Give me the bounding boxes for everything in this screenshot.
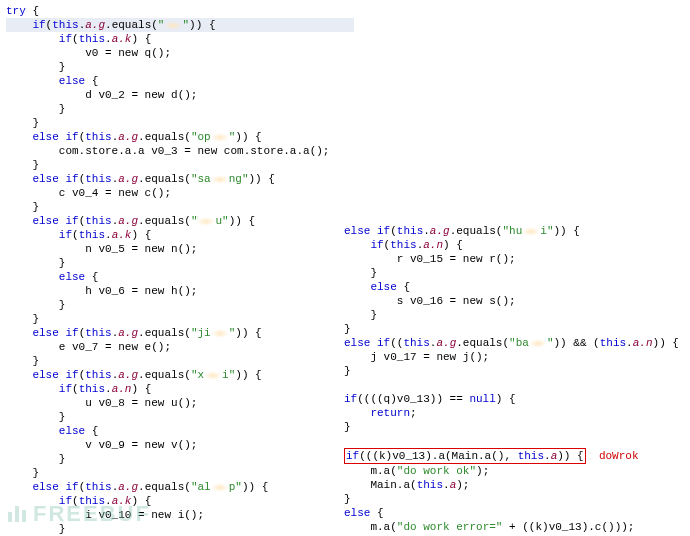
code-line: if(this.a.k) { [6,33,151,45]
code-line: } [6,299,65,311]
watermark: FREEBUF [8,506,151,522]
code-line: c v0_4 = new c(); [6,187,171,199]
code-line: else { [6,271,98,283]
code-line: } [344,323,351,335]
code-line: m.a("do work ok"); [344,465,489,477]
watermark-bars-icon [8,506,29,522]
code-line: if(this.a.k) { [6,229,151,241]
code-line: } [6,411,65,423]
code-line: r v0_15 = new r(); [344,253,516,265]
code-line: } [6,257,65,269]
code-line: u v0_8 = new u(); [6,397,197,409]
code-line: v v0_9 = new v(); [6,439,197,451]
code-line: m.a("do work error=" + ((k)v0_13).c())); [344,521,634,533]
code-line: return; [344,407,417,419]
code-left-column: try { if(this.a.g.equals("")) { if(this.… [6,4,354,536]
code-line: } [6,453,65,465]
code-line: Main.a(this.a); [344,479,469,491]
code-line: n v0_5 = new n(); [6,243,197,255]
code-line: v0 = new q(); [6,47,171,59]
code-line: e v0_7 = new e(); [6,341,171,353]
code-line: else { [344,281,410,293]
code-line: } [6,61,65,73]
code-line: } [344,493,351,505]
code-line: } [344,309,377,321]
code-line: else if(this.a.g.equals("hui")) { [344,225,580,237]
code-line: } [344,267,377,279]
code-line: d v0_2 = new d(); [6,89,197,101]
code-line: com.store.a.a v0_3 = new com.store.a.a()… [6,145,329,157]
code-line: } [344,421,351,433]
code-line: } [6,103,65,115]
code-line: j v0_17 = new j(); [344,351,489,363]
code-line: else if((this.a.g.equals("ba")) && (this… [344,337,679,349]
code-line: h v0_6 = new h(); [6,285,197,297]
code-line: else { [344,507,384,519]
code-line: else { [6,425,98,437]
code-line: else if(this.a.g.equals("xi")) { [6,369,262,381]
code-line: } [6,117,39,129]
code-line: else if(this.a.g.equals("alp")) { [6,481,268,493]
code-line: else if(this.a.g.equals("ji")) { [6,327,262,339]
code-line: else if(this.a.g.equals("u")) { [6,215,255,227]
code-line: } [6,201,39,213]
code-line: else if(this.a.g.equals("op")) { [6,131,262,143]
code-right-column: else if(this.a.g.equals("hui")) { if(thi… [344,224,679,536]
watermark-text: FREEBUF [33,507,151,521]
code-line: } [6,467,39,479]
code-line: try { [6,5,39,17]
code-line: if(this.a.g.equals("")) { [6,18,354,32]
code-line: else { [6,75,98,87]
code-line: if(this.a.n) { [6,383,151,395]
code-line: s v0_16 = new s(); [344,295,516,307]
code-line: if((((q)v0_13)) == null) { [344,393,516,405]
code-line: } [344,365,351,377]
code-line: if(((k)v0_13).a(Main.a(), this.a)) { doW… [344,450,638,462]
code-line: else if(this.a.g.equals("sang")) { [6,173,275,185]
code-line: } [6,159,39,171]
code-line: } [6,355,39,367]
code-line: if(this.a.n) { [344,239,463,251]
code-line: } [6,313,39,325]
